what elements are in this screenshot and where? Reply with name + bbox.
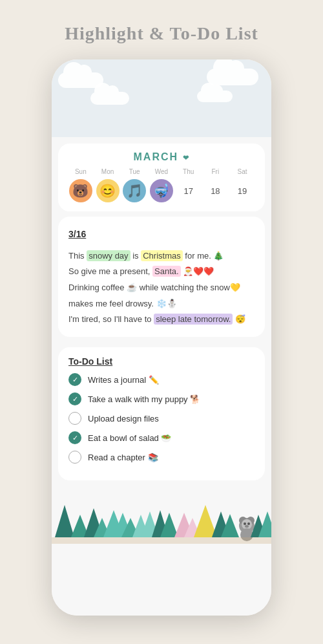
weekday-mon: Mon	[96, 168, 120, 175]
check-done-1[interactable]: ✓	[68, 373, 81, 386]
todo-section: To-Do List ✓ Writes a journal ✏️ ✓ Take …	[58, 347, 265, 480]
highlight-line-1: This snowy day is Christmas for me. 🎄	[68, 248, 255, 264]
phone-content[interactable]: MARCH Sun Mon Tue Wed Thu Fri Sat 🐻 😊 �	[52, 137, 271, 616]
month-label: MARCH	[134, 151, 179, 162]
weekday-sun: Sun	[69, 168, 92, 175]
todo-label-3: Upload design files	[88, 414, 159, 424]
forest-svg	[52, 486, 271, 544]
todo-title: To-Do List	[68, 356, 255, 367]
todo-label-5: Read a chapter 📚	[88, 453, 158, 462]
sky-background	[52, 59, 271, 137]
todo-item-2: ✓ Take a walk with my puppy 🐕	[68, 392, 255, 405]
svg-rect-27	[52, 537, 271, 544]
weekday-row: Sun Mon Tue Wed Thu Fri Sat	[67, 168, 256, 175]
day-19: 19	[231, 186, 254, 196]
todo-item-5: Read a chapter 📚	[68, 451, 255, 464]
highlight-line-2: So give me a present, Santa. 🎅❤️❤️	[68, 264, 255, 280]
highlight-snowy: snowy day	[87, 250, 130, 261]
day-18: 18	[203, 186, 227, 196]
weekday-sat: Sat	[231, 168, 254, 175]
weekday-thu: Thu	[177, 168, 200, 175]
cloud-4	[197, 91, 233, 102]
svg-point-20	[242, 519, 252, 530]
highlight-line-4: makes me feel drowsy. ❄️⛄	[68, 296, 255, 312]
cloud-2	[207, 69, 258, 85]
todo-label-2: Take a walk with my puppy 🐕	[88, 394, 200, 404]
forest-bottom	[52, 486, 271, 544]
day-13: 🐻	[69, 179, 92, 202]
highlight-section: 3/16 This snowy day is Christmas for me.…	[58, 217, 265, 337]
svg-point-21	[244, 522, 246, 525]
days-row: 🐻 😊 🎵 🤿 17 18 19	[67, 179, 256, 202]
day-15: 🎵	[123, 179, 146, 202]
highlight-line-3: Drinking coffee ☕ while watching the sno…	[68, 280, 255, 296]
highlight-line-5: I'm tired, so I'll have to sleep late to…	[68, 312, 255, 328]
calendar-section: MARCH Sun Mon Tue Wed Thu Fri Sat 🐻 😊 �	[58, 144, 265, 211]
todo-item-3: Upload design files	[68, 412, 255, 425]
bottom-spacer	[52, 480, 271, 486]
todo-item-1: ✓ Writes a journal ✏️	[68, 373, 255, 386]
todo-item-4: ✓ Eat a bowl of salad 🥗	[68, 431, 255, 444]
todo-label-4: Eat a bowl of salad 🥗	[88, 433, 171, 443]
highlight-sleep: sleep late tomorrow.	[154, 314, 233, 325]
highlight-date: 3/16	[68, 226, 255, 243]
svg-point-22	[247, 522, 250, 525]
avatar-day16: 🤿	[150, 179, 173, 202]
day-14: 😊	[96, 179, 120, 202]
page-title: Highlight & To-Do List	[65, 23, 258, 44]
day-17: 17	[177, 186, 200, 196]
avatar-day15: 🎵	[123, 179, 146, 202]
day-16: 🤿	[150, 179, 173, 202]
spacer	[52, 342, 271, 347]
avatar-day14: 😊	[96, 179, 120, 202]
highlight-christmas: Christmas	[141, 250, 183, 261]
check-empty-3[interactable]	[68, 412, 81, 425]
check-empty-5[interactable]	[68, 451, 81, 464]
phone-frame: MARCH Sun Mon Tue Wed Thu Fri Sat 🐻 😊 �	[52, 59, 271, 616]
svg-marker-14	[194, 505, 217, 537]
avatar-day13: 🐻	[69, 179, 92, 202]
svg-point-23	[245, 525, 249, 528]
cloud-3	[90, 92, 129, 105]
weekday-wed: Wed	[150, 168, 173, 175]
highlight-santa: Santa.	[152, 266, 181, 277]
check-done-4[interactable]: ✓	[68, 431, 81, 444]
check-done-2[interactable]: ✓	[68, 392, 81, 405]
weekday-fri: Fri	[203, 168, 227, 175]
todo-label-1: Writes a journal ✏️	[88, 375, 159, 385]
weekday-tue: Tue	[123, 168, 146, 175]
month-header: MARCH	[67, 151, 256, 163]
svg-marker-1	[55, 505, 74, 537]
